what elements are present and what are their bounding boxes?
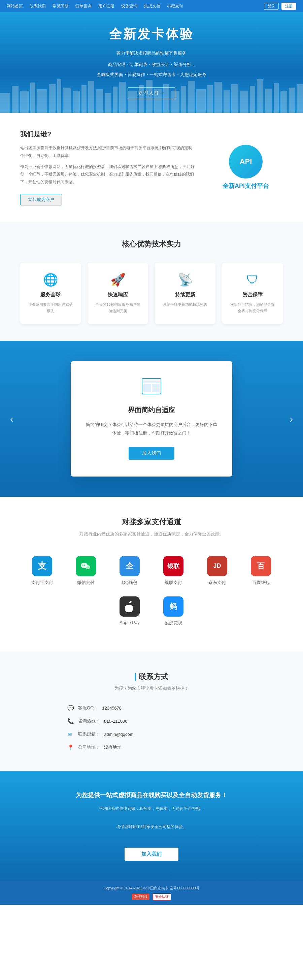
contact-phone-value: 010-111000 bbox=[104, 719, 127, 724]
nav-home[interactable]: 网站首页 bbox=[7, 3, 23, 9]
core-card-2: 📡 持续更新 系统持续更新功能持续完善 bbox=[155, 262, 216, 324]
api-desc: 全新API支付平台 bbox=[209, 182, 283, 190]
baidu-name: 百度钱包 bbox=[243, 579, 279, 585]
contact-phone-row: 📞 咨询热线： 010-111000 bbox=[67, 718, 236, 724]
carousel-section: ‹ 界面简约自适应 简约的UI交互体验可以给你一个体验更顶层的商户后台，更好的下… bbox=[0, 341, 303, 496]
qq-logo: 企 bbox=[119, 556, 140, 576]
signal-icon: 📡 bbox=[162, 273, 209, 287]
contact-qq-row: 💬 客服QQ： 12345678 bbox=[67, 705, 236, 711]
svg-rect-22 bbox=[188, 81, 195, 113]
svg-rect-14 bbox=[119, 82, 126, 113]
svg-rect-38 bbox=[143, 384, 151, 392]
carousel-next-button[interactable]: › bbox=[290, 413, 293, 425]
svg-rect-26 bbox=[224, 90, 230, 113]
ant-name: 蚂蚁花呗 bbox=[155, 620, 192, 626]
contact-info: 💬 客服QQ： 12345678 📞 咨询热线： 010-111000 ✉ 联系… bbox=[67, 705, 236, 751]
become-merchant-button[interactable]: 立即成为商户 bbox=[20, 194, 62, 205]
alipay-logo: 支 bbox=[32, 556, 52, 576]
payment-item-baidu: 百 百度钱包 bbox=[239, 550, 283, 591]
union-name: 银联支付 bbox=[155, 579, 192, 585]
svg-rect-24 bbox=[208, 85, 213, 113]
svg-rect-29 bbox=[250, 86, 255, 113]
svg-rect-16 bbox=[139, 85, 144, 113]
register-button[interactable]: 注册 bbox=[281, 3, 296, 10]
carousel-inner: 界面简约自适应 简约的UI交互体验可以给你一个体验更顶层的商户后台，更好的下单体… bbox=[0, 361, 303, 476]
svg-rect-37 bbox=[143, 380, 160, 383]
payment-item-ant: 蚂 蚂蚁花呗 bbox=[151, 591, 195, 632]
nav-faq[interactable]: 常见问题 bbox=[52, 3, 69, 9]
nav-auth: 登录 注册 bbox=[264, 3, 296, 10]
core-desc-3: 次日即可结算，您的资金安全将得到充分保障 bbox=[229, 301, 276, 314]
nav-docs[interactable]: 集成文档 bbox=[144, 3, 160, 9]
core-card-0: 🌐 服务全球 业务范围覆盖全国用户感受极先 bbox=[20, 262, 81, 324]
contact-qq-value: 12345678 bbox=[102, 706, 122, 711]
svg-rect-3 bbox=[30, 83, 35, 113]
svg-rect-9 bbox=[81, 85, 87, 113]
nav-order[interactable]: 订单查询 bbox=[75, 3, 92, 9]
nav-contact[interactable]: 联系我们 bbox=[30, 3, 46, 9]
phone-icon: 📞 bbox=[67, 718, 74, 724]
api-label: API bbox=[240, 157, 252, 166]
payment-item-union: 银联 银联支付 bbox=[151, 550, 195, 591]
footer-cta-section: 为您提供一站式虚拟商品在线购买以及全自动发货服务！ 平均联系式最快到账，积分类，… bbox=[0, 771, 303, 881]
carousel-prev-button[interactable]: ‹ bbox=[10, 413, 13, 425]
about-para1: 站出团库源誓属于数据计算机及び开发方法,维护目前市场的电子商务平台系统,我们对可… bbox=[20, 144, 195, 160]
jd-name: 京东支付 bbox=[198, 579, 236, 585]
about-image: API 全新API支付平台 bbox=[209, 145, 283, 190]
svg-rect-11 bbox=[96, 89, 103, 113]
svg-rect-12 bbox=[105, 92, 111, 113]
svg-point-46 bbox=[88, 567, 89, 568]
core-title-0: 服务全球 bbox=[27, 292, 74, 298]
svg-rect-23 bbox=[196, 89, 206, 113]
svg-rect-32 bbox=[274, 83, 279, 113]
shield-icon: 🛡 bbox=[229, 273, 276, 287]
logo-badge2: 安全认证 bbox=[153, 893, 171, 900]
main-nav: 网站首页 联系我们 常见问题 订单查询 用户注册 设备查询 集成文档 小程支付 … bbox=[0, 0, 303, 12]
baidu-logo: 百 bbox=[251, 556, 271, 576]
copyright-text: Copyright © 2014-2021 xx中国商家银卡 案号0000000… bbox=[103, 886, 199, 890]
contact-email-label: 联系邮箱： bbox=[78, 731, 100, 737]
hero-subtitle1: 致力于解决虚拟商品的快捷寄售服务 bbox=[116, 49, 187, 57]
alipay-name: 支付宝支付 bbox=[24, 579, 60, 585]
footer-cta-title: 为您提供一站式虚拟商品在线购买以及全自动发货服务！ bbox=[13, 791, 290, 799]
nav-mini[interactable]: 小程支付 bbox=[167, 3, 183, 9]
svg-rect-17 bbox=[146, 80, 152, 113]
nav-register-link[interactable]: 用户注册 bbox=[98, 3, 114, 9]
logo-badge1: 友情利权 bbox=[132, 894, 149, 900]
svg-rect-6 bbox=[57, 79, 61, 113]
wechat-name: 微信支付 bbox=[67, 579, 105, 585]
union-logo: 银联 bbox=[163, 556, 184, 576]
svg-rect-0 bbox=[0, 92, 10, 113]
svg-rect-13 bbox=[113, 87, 117, 113]
contact-qq-label: 客服QQ： bbox=[78, 705, 98, 711]
footer-logo-area: 友情利权 安全认证 bbox=[7, 893, 296, 900]
qq-name: QQ钱包 bbox=[111, 579, 148, 585]
svg-rect-15 bbox=[128, 91, 137, 113]
about-text: 我们是谁? 站出团库源誓属于数据计算机及び开发方法,维护目前市场的电子商务平台系… bbox=[20, 130, 195, 205]
email-icon: ✉ bbox=[67, 731, 74, 738]
payment-item-wechat: 微信支付 bbox=[64, 550, 108, 591]
footer-join-button[interactable]: 加入我们 bbox=[125, 848, 178, 861]
nav-device[interactable]: 设备查询 bbox=[121, 3, 137, 9]
apple-name: Apple Pay bbox=[111, 620, 148, 625]
core-section: 核心优势技术实力 🌐 服务全球 业务范围覆盖全国用户感受极先 🚀 快速响应 全天… bbox=[0, 222, 303, 341]
carousel-join-button[interactable]: 加入我们 bbox=[128, 447, 175, 460]
contact-title: 联系方式 bbox=[20, 672, 283, 682]
svg-point-45 bbox=[87, 567, 87, 568]
svg-rect-5 bbox=[49, 84, 56, 113]
payment-item-alipay: 支 支付宝支付 bbox=[20, 550, 64, 591]
svg-rect-39 bbox=[152, 384, 160, 388]
ant-logo: 蚂 bbox=[163, 597, 184, 617]
hero-title: 全新发卡体验 bbox=[109, 25, 194, 43]
svg-rect-19 bbox=[163, 84, 169, 113]
core-title: 核心优势技术实力 bbox=[13, 239, 290, 249]
footer-cta-para1: 平均联系式最快到账，积分类，充值类，无论何平台补贴， bbox=[13, 805, 290, 813]
login-button[interactable]: 登录 bbox=[264, 3, 279, 10]
hero-section: 全新发卡体验 致力于解决虚拟商品的快捷寄售服务 商品管理・订单记录・收益统计・渠… bbox=[0, 12, 303, 113]
svg-rect-40 bbox=[152, 388, 160, 392]
core-card-1: 🚀 快速响应 全天候10秒响应服务商户体验达到完美 bbox=[87, 262, 148, 324]
core-title-3: 资金保障 bbox=[229, 292, 276, 298]
svg-rect-4 bbox=[37, 89, 47, 113]
rocket-icon: 🚀 bbox=[94, 273, 141, 287]
payment-title: 对接多家支付通道 bbox=[20, 517, 283, 527]
